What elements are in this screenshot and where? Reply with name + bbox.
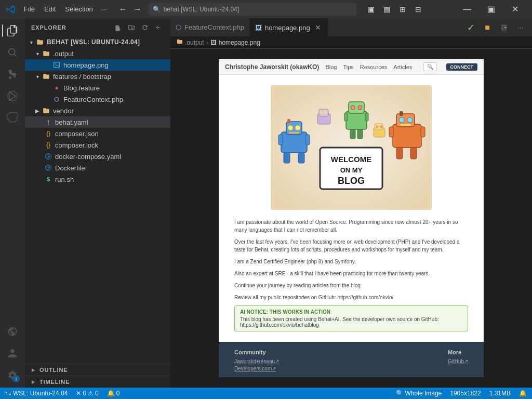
features-folder[interactable]: ▾ features / bootstrap: [25, 71, 170, 82]
svg-rect-11: [278, 135, 283, 145]
breadcrumb-file[interactable]: 🖼 homepage.png: [210, 39, 260, 46]
menu-more[interactable]: ···: [98, 4, 110, 15]
close-btn[interactable]: ✕: [503, 0, 527, 18]
feature-context-label: FeatureContext.php: [63, 96, 123, 103]
outline-arrow: ▶: [29, 364, 37, 376]
tab-feature-context-icon: ⬡: [176, 23, 181, 31]
yaml-file-icon: !: [44, 117, 53, 127]
search-icon[interactable]: [2, 42, 23, 63]
new-file-btn[interactable]: [112, 22, 124, 33]
maximize-btn[interactable]: ▣: [479, 0, 503, 18]
tab-feature-context[interactable]: ⬡ FeatureContext.php: [170, 18, 250, 36]
output-folder[interactable]: ▾ .output: [25, 48, 170, 59]
svg-rect-25: [400, 111, 403, 116]
refresh-btn[interactable]: [139, 22, 151, 33]
customize-layout[interactable]: ⊟: [411, 3, 425, 16]
svg-point-44: [376, 126, 379, 128]
tab-homepage-label: homepage.png: [265, 24, 310, 32]
svg-point-8: [288, 125, 293, 130]
notification-status[interactable]: 🔔: [517, 388, 529, 399]
window-controls: ― ▣ ✕: [455, 0, 527, 18]
image-viewer[interactable]: Christophe Jaworskit (okawKO) Blog Tips …: [170, 49, 532, 388]
tab-close-btn[interactable]: ✕: [313, 23, 323, 32]
sh-file-icon: $: [44, 175, 53, 184]
svg-point-3: [48, 156, 49, 157]
tab-bar: ⬡ FeatureContext.php 🖼 homepage.png ✕ ✓ …: [170, 18, 532, 36]
docker-compose-file[interactable]: docker-compose.yaml: [25, 151, 170, 162]
extensions-icon[interactable]: [2, 108, 23, 128]
nav-back[interactable]: ←: [116, 3, 130, 16]
run-icon[interactable]: [2, 86, 23, 107]
breadcrumb-sep: ›: [206, 39, 208, 46]
feature-context-file[interactable]: ⬡ FeatureContext.php: [25, 94, 170, 105]
new-folder-btn[interactable]: [126, 22, 137, 33]
svg-marker-0: [9, 92, 16, 101]
svg-point-19: [407, 117, 413, 123]
dimensions-status[interactable]: 1905x1822: [448, 388, 483, 399]
outline-header[interactable]: ▶ OUTLINE: [25, 364, 170, 376]
errors-status[interactable]: ✕ 0 ⚠ 0: [74, 388, 100, 399]
tab-feature-context-label: FeatureContext.php: [184, 23, 244, 31]
wsl-label: WSL: Ubuntu-24.04: [13, 390, 68, 397]
composer-json-file[interactable]: {} composer.json: [25, 128, 170, 139]
sidebar-toggle[interactable]: ▤: [380, 3, 394, 16]
blog-feature-file[interactable]: ● Blog.feature: [25, 82, 170, 94]
run-sh-label: run.sh: [55, 176, 74, 183]
collapse-all-btn[interactable]: [153, 22, 164, 33]
accounts-icon[interactable]: [2, 343, 23, 364]
vendor-folder[interactable]: ▶ vendor: [25, 105, 170, 116]
nav-forward[interactable]: →: [131, 3, 144, 16]
error-count: 0: [83, 390, 86, 397]
editor-layout[interactable]: ⊞: [396, 3, 409, 16]
svg-rect-31: [365, 113, 368, 121]
check-btn[interactable]: ✓: [463, 21, 478, 34]
zoom-status[interactable]: 🔍 Whole Image: [394, 388, 444, 399]
community-label: Community: [234, 349, 279, 355]
split-editor-btn[interactable]: [497, 21, 511, 34]
run-sh-file[interactable]: $ run.sh: [25, 174, 170, 185]
minimize-btn[interactable]: ―: [455, 0, 479, 18]
title-search[interactable]: 🔍 behat [WSL: Ubuntu-24.04]: [149, 3, 356, 16]
svg-point-41: [324, 111, 327, 114]
svg-rect-24: [410, 148, 417, 159]
dockerfile-file[interactable]: Dockerfile: [25, 162, 170, 174]
menu-edit[interactable]: Edit: [40, 4, 60, 15]
filesize-status[interactable]: 1.31MB: [487, 388, 513, 399]
root-folder[interactable]: ▾ BEHAT [WSL: UBUNTU-24.04]: [25, 36, 170, 48]
more-actions-btn[interactable]: ···: [513, 21, 528, 34]
editor-area: ⬡ FeatureContext.php 🖼 homepage.png ✕ ✓ …: [170, 18, 532, 388]
footer-community: Community Jaworskit+réseau↗ Developers.c…: [234, 349, 279, 373]
breadcrumb-file-icon: 🖼: [210, 39, 217, 46]
about-text-1: I am passionate about the world of Open …: [234, 218, 468, 234]
panel-toggle[interactable]: ▣: [365, 3, 378, 16]
blog-feature-label: Blog.feature: [63, 84, 100, 92]
breadcrumb-output[interactable]: .output: [177, 38, 204, 46]
menu-selection[interactable]: Selection: [61, 4, 97, 15]
more-label: More: [448, 349, 468, 355]
remote-icon[interactable]: [2, 321, 23, 342]
connect-btn: CONNECT: [446, 63, 478, 71]
homepage-png-label: homepage.png: [63, 61, 109, 69]
wsl-status[interactable]: ⇋ WSL: Ubuntu-24.04: [3, 388, 70, 399]
info-status[interactable]: 🔔 0: [105, 388, 122, 399]
svg-rect-13: [284, 153, 290, 163]
composer-lock-file[interactable]: {} composer.lock: [25, 139, 170, 151]
timeline-header[interactable]: ▶ TIMELINE: [25, 376, 170, 388]
website-header: Christophe Jaworskit (okawKO) Blog Tips …: [219, 59, 484, 75]
explorer-icon[interactable]: [2, 20, 23, 41]
svg-rect-26: [346, 111, 367, 129]
composer-lock-label: composer.lock: [55, 141, 98, 149]
homepage-png-file[interactable]: homepage.png: [25, 59, 170, 71]
svg-point-2: [55, 63, 56, 64]
source-control-icon[interactable]: [2, 64, 23, 85]
menu-file[interactable]: File: [20, 4, 39, 15]
notification-badge: 1: [12, 375, 20, 382]
settings-icon[interactable]: 1: [2, 365, 23, 385]
json-file-icon-1: {}: [44, 129, 53, 138]
svg-rect-32: [350, 129, 355, 139]
tab-homepage-icon: 🖼: [255, 24, 262, 32]
behat-yaml-file[interactable]: ! behat.yaml: [25, 116, 170, 128]
zoom-label: Whole Image: [405, 390, 442, 397]
tab-homepage-png[interactable]: 🖼 homepage.png ✕: [250, 18, 328, 36]
orange-square-btn[interactable]: ■: [480, 21, 495, 34]
